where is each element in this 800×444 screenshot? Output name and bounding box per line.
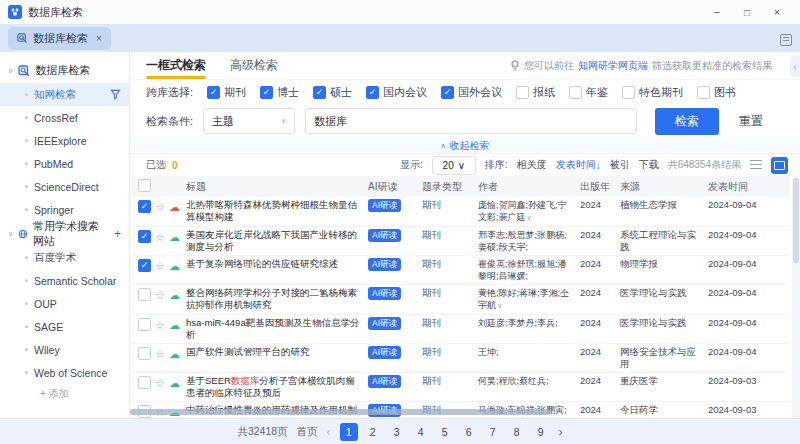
db-checkbox-item[interactable]: 期刊 — [207, 85, 246, 100]
db-checkbox-item[interactable]: 年鉴 — [569, 85, 608, 100]
db-checkbox-item[interactable]: 硕士 — [313, 85, 352, 100]
result-row[interactable]: 国产软件测试管理平台的研究 AI研读 期刊 王坤; 2024 网络安全技术与应用… — [130, 344, 790, 373]
sort-download[interactable]: 下载 — [639, 158, 659, 172]
vertical-scrollbar-track[interactable] — [792, 176, 800, 418]
tab-list-icon[interactable] — [780, 34, 792, 46]
add-group-icon[interactable]: + — [114, 227, 121, 241]
tab-onebox-search[interactable]: 一框式检索 — [146, 52, 206, 79]
star-icon[interactable] — [155, 260, 165, 272]
sidebar-item-baidu-scholar[interactable]: 百度学术 — [0, 246, 129, 269]
sidebar-item-springer[interactable]: Springer — [0, 198, 129, 221]
sidebar-item-semantic-scholar[interactable]: Semantic Scholar — [0, 269, 129, 292]
sidebar-group-database-search[interactable]: 数据库检索 — [0, 58, 129, 83]
result-row[interactable]: 北热带喀斯特森林优势树种细根生物量估算模型构建 AI研读 期刊 庞愉;贺同鑫;孙… — [130, 197, 790, 227]
result-title[interactable]: hsa-miR-449a靶基因预测及生物信息学分析 — [178, 317, 360, 341]
checkbox[interactable] — [569, 86, 582, 99]
field-select[interactable]: 主题 — [203, 108, 295, 134]
db-checkbox-item[interactable]: 博士 — [260, 85, 299, 100]
sort-cited[interactable]: 被引 — [610, 158, 630, 172]
select-all-checkbox[interactable] — [138, 179, 151, 192]
sidebar-item-cnki[interactable]: 知网检索 — [0, 83, 129, 106]
ai-read-badge[interactable]: AI研读 — [368, 375, 401, 388]
db-checkbox-item[interactable]: 报纸 — [516, 85, 555, 100]
next-page-icon[interactable] — [559, 425, 563, 439]
sidebar-item-pubmed[interactable]: PubMed — [0, 152, 129, 175]
checkbox[interactable] — [366, 86, 379, 99]
sidebar-group-academic-sites[interactable]: 常用学术搜索网站 + — [0, 221, 129, 246]
chevron-down-icon[interactable] — [8, 230, 13, 238]
row-checkbox[interactable] — [138, 347, 151, 360]
search-button[interactable]: 检索 — [655, 108, 719, 135]
row-checkbox[interactable] — [138, 230, 151, 243]
checkbox[interactable] — [441, 86, 454, 99]
db-checkbox-item[interactable]: 图书 — [697, 85, 736, 100]
sidebar-item-oup[interactable]: OUP — [0, 292, 129, 315]
collapse-search-toggle[interactable]: 收起检索 — [130, 138, 800, 154]
checkbox[interactable] — [313, 86, 326, 99]
page-size-select[interactable]: 20 — [432, 156, 476, 175]
db-checkbox-item[interactable]: 国内会议 — [366, 85, 427, 100]
card-view-icon[interactable] — [771, 157, 788, 174]
sort-publish-time[interactable]: 发表时间 — [556, 158, 601, 172]
row-checkbox[interactable] — [138, 259, 151, 272]
ai-read-badge[interactable]: AI研读 — [368, 346, 401, 359]
ai-read-badge[interactable]: AI研读 — [368, 199, 401, 212]
expand-authors-icon[interactable] — [527, 214, 532, 221]
result-title[interactable]: 基于复杂网络理论的供应链研究综述 — [178, 258, 360, 270]
horizontal-scrollbar[interactable] — [130, 409, 550, 415]
sidebar-item-crossref[interactable]: CrossRef — [0, 106, 129, 129]
star-icon[interactable] — [155, 348, 165, 360]
reset-button[interactable]: 重置 — [739, 113, 763, 130]
page-button[interactable]: 5 — [436, 423, 454, 441]
ai-read-badge[interactable]: AI研读 — [368, 258, 401, 271]
star-icon[interactable] — [155, 319, 165, 331]
result-title[interactable]: 美国友岸化近岸化战略下我国产业转移的测度与分析 — [178, 229, 360, 253]
page-button[interactable]: 6 — [460, 423, 478, 441]
sidebar-item-ieeexplore[interactable]: IEEExplore — [0, 129, 129, 152]
result-row[interactable]: 基于SEER数据库分析子宫体横纹肌肉瘤患者的临床特征及预后 AI研读 期刊 何昊… — [130, 373, 790, 402]
tab-database-search[interactable]: 数据库检索 — [8, 27, 111, 50]
checkbox[interactable] — [697, 86, 710, 99]
checkbox[interactable] — [516, 86, 529, 99]
star-icon[interactable] — [155, 377, 165, 389]
result-row[interactable]: 整合网络药理学和分子对接的二氢杨梅素抗抑郁作用机制研究 AI研读 期刊 黄艳;陈… — [130, 285, 790, 315]
sidebar-item-web-of-science[interactable]: Web of Science — [0, 361, 129, 384]
result-row[interactable]: 美国友岸化近岸化战略下我国产业转移的测度与分析 AI研读 期刊 邢李志;殷思梦;… — [130, 227, 790, 256]
result-title[interactable]: 北热带喀斯特森林优势树种细根生物量估算模型构建 — [178, 199, 360, 223]
star-icon[interactable] — [155, 231, 165, 243]
db-checkbox-item[interactable]: 特色期刊 — [622, 85, 683, 100]
row-checkbox[interactable] — [138, 200, 151, 213]
minimize-icon[interactable] — [702, 0, 732, 24]
close-icon[interactable] — [762, 0, 792, 24]
ai-read-badge[interactable]: AI研读 — [368, 229, 401, 242]
page-button[interactable]: 4 — [412, 423, 430, 441]
page-button[interactable]: 9 — [532, 423, 550, 441]
row-checkbox[interactable] — [138, 318, 151, 331]
add-site-button[interactable]: + 添加 — [0, 384, 129, 404]
star-icon[interactable] — [155, 201, 165, 213]
sort-relevance[interactable]: 相关度 — [517, 158, 547, 172]
expand-authors-icon[interactable] — [497, 302, 502, 309]
tab-advanced-search[interactable]: 高级检索 — [230, 52, 278, 79]
list-view-icon[interactable] — [750, 160, 762, 170]
checkbox[interactable] — [622, 86, 635, 99]
maximize-icon[interactable] — [732, 0, 762, 24]
page-button[interactable]: 7 — [484, 423, 502, 441]
result-row[interactable]: hsa-miR-449a靶基因预测及生物信息学分析 AI研读 期刊 刘廷彦;李梦… — [130, 315, 790, 344]
page-button[interactable]: 1 — [340, 423, 358, 441]
db-checkbox-item[interactable]: 国外会议 — [441, 85, 502, 100]
filter-icon[interactable] — [110, 89, 121, 100]
prev-page-icon[interactable] — [327, 425, 331, 439]
page-button[interactable]: 3 — [388, 423, 406, 441]
page-button[interactable]: 2 — [364, 423, 382, 441]
ai-read-badge[interactable]: AI研读 — [368, 287, 401, 300]
row-checkbox[interactable] — [138, 288, 151, 301]
vertical-scrollbar-thumb[interactable] — [793, 178, 799, 263]
result-row[interactable]: 基于复杂网络理论的供应链研究综述 AI研读 期刊 崔俊英;徐舒琪;服旭;潘黎明;… — [130, 256, 790, 285]
sidebar-item-sciencedirect[interactable]: ScienceDirect — [0, 175, 129, 198]
checkbox[interactable] — [207, 86, 220, 99]
sidebar-item-wiley[interactable]: Wiley — [0, 338, 129, 361]
search-input[interactable] — [305, 108, 637, 134]
first-page-button[interactable]: 首页 — [297, 425, 318, 439]
checkbox[interactable] — [260, 86, 273, 99]
